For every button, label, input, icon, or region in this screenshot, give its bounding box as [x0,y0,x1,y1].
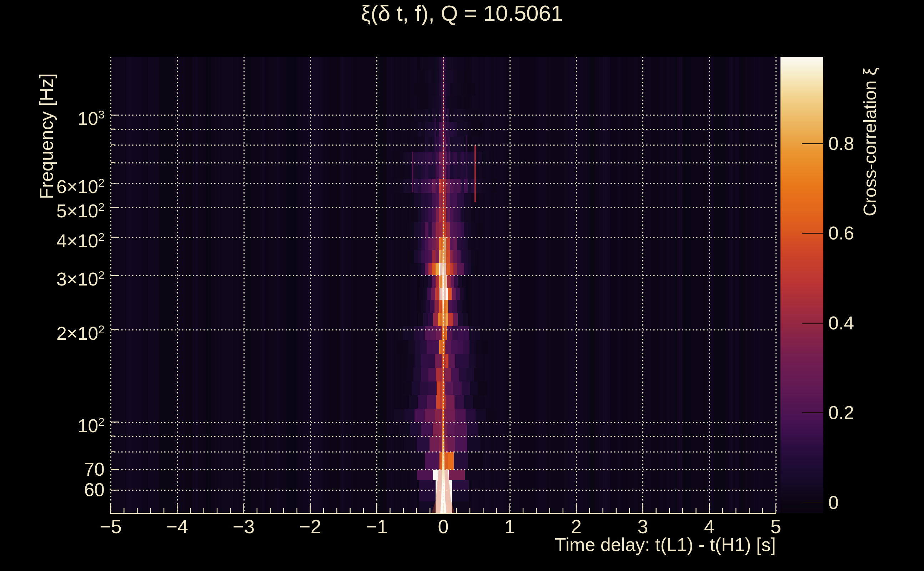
y-tick-label: 2×102 [19,318,105,345]
colorbar-tick-label: 0.8 [828,132,854,155]
colorbar-tick-label: 0.2 [828,401,854,424]
x-tick-label: 2 [571,516,582,537]
y-tick-label: 6×102 [19,171,105,198]
x-tick-label: 4 [704,516,715,537]
y-tick-label: 3×102 [19,264,105,290]
cross-correlation-chart: ξ(δ t, f), Q = 10.5061 Frequency [Hz] Ti… [0,0,924,571]
y-tick-label: 102 [19,411,105,437]
x-tick-label: 3 [637,516,648,537]
heatmap-canvas [0,0,924,571]
x-tick-label: 0 [438,516,448,537]
x-tick-label: 5 [771,516,781,537]
x-tick-label: −4 [166,516,189,537]
y-tick-label: 4×102 [19,225,105,252]
x-tick-label: 1 [504,516,515,537]
x-tick-label: −5 [100,516,122,537]
x-axis-title: Time delay: t(L1) - t(H1) [s] [555,534,776,555]
x-tick-label: −1 [366,516,388,537]
colorbar-tick-label: 0.4 [828,312,854,334]
colorbar-title: Cross-correlation ξ [860,68,881,216]
colorbar-tick-label: 0.6 [828,222,854,244]
x-tick-label: −3 [233,516,255,537]
y-tick-label: 5×102 [19,196,105,222]
y-tick-label: 60 [19,478,105,501]
x-tick-label: −2 [299,516,321,537]
y-tick-label: 70 [19,458,105,481]
y-tick-label: 103 [19,103,105,130]
colorbar-tick-label: 0 [828,491,839,514]
page-title: ξ(δ t, f), Q = 10.5061 [0,1,924,26]
